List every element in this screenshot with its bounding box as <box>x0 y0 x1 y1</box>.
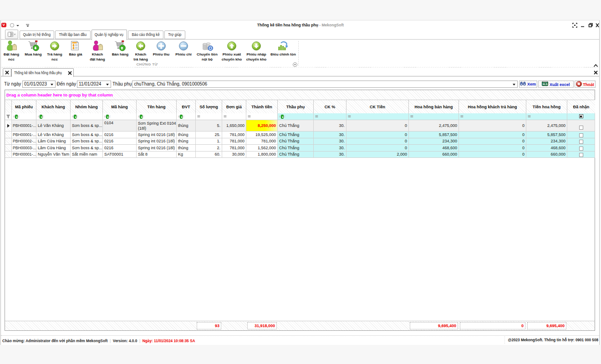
svg-text:XLS: XLS <box>543 83 548 86</box>
